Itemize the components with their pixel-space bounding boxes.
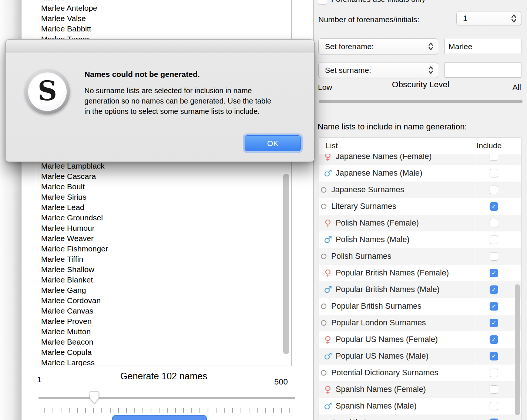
include-checkbox[interactable]: [490, 369, 498, 377]
number-forenames-stepper[interactable]: 1: [456, 11, 521, 26]
list-item[interactable]: Marlee: [36, 0, 291, 3]
list-item[interactable]: Marlee Lampblack: [36, 161, 291, 171]
ok-button[interactable]: OK: [245, 135, 301, 151]
list-name-label: Potential Dictionary Surnames: [331, 368, 438, 377]
list-name-label: Popular British Surnames: [331, 302, 422, 311]
table-row[interactable]: ♂ Polish Names (Male): [319, 231, 521, 248]
stepper-arrows-icon[interactable]: [511, 14, 517, 23]
include-checkbox[interactable]: ✓: [490, 302, 498, 311]
include-checkbox[interactable]: [490, 402, 498, 410]
list-type-icon: ♂: [323, 169, 333, 178]
table-row[interactable]: Popular London Surnames ✓: [319, 315, 521, 331]
list-item[interactable]: Marlee Blanket: [36, 275, 291, 285]
list-type-icon: ♀: [323, 219, 333, 228]
column-divider: [475, 138, 475, 420]
table-row[interactable]: Popular British Surnames ✓: [319, 298, 521, 315]
include-checkbox[interactable]: [490, 169, 498, 177]
alert-dialog: S Names could not be generated. No surna…: [5, 39, 315, 162]
list-item[interactable]: Marlee Antelope: [36, 3, 291, 13]
list-item[interactable]: Marlee Beacon: [36, 337, 291, 347]
list-item[interactable]: Marlee Copula: [36, 347, 291, 358]
include-checkbox[interactable]: [490, 385, 498, 394]
list-item[interactable]: Marlee Lead: [36, 202, 291, 213]
include-checkbox[interactable]: [490, 219, 498, 227]
generate-slider-ticks: [44, 408, 290, 413]
generate-names-button[interactable]: [112, 415, 207, 420]
alert-title: Names could not be generated.: [84, 70, 200, 79]
set-forename-popup[interactable]: Set forename:: [318, 38, 438, 54]
table-row[interactable]: Literary Surnames ✓: [319, 198, 521, 215]
list-item[interactable]: Marlee Mutton: [36, 326, 291, 337]
list-item[interactable]: Marlee Shallow: [36, 264, 291, 275]
list-item[interactable]: Marlee Largess: [36, 358, 291, 366]
list-type-icon: ♂: [323, 352, 333, 361]
list-item[interactable]: Marlee Canvas: [36, 306, 291, 316]
forename-field[interactable]: [444, 39, 521, 54]
generate-slider-track[interactable]: [38, 397, 295, 399]
list-item[interactable]: Marlee Babbitt: [36, 24, 291, 34]
list-item[interactable]: Marlee Boult: [36, 182, 291, 192]
table-row[interactable]: ♂ Popular US Names (Male) ✓: [319, 348, 521, 365]
include-checkbox[interactable]: ✓: [490, 269, 498, 277]
table-row[interactable]: ♀ Popular British Names (Female) ✓: [319, 265, 521, 281]
table-row[interactable]: ♀ Spanish Names (Female): [319, 381, 521, 398]
table-row[interactable]: ♀ Popular US Names (Female) ✓: [319, 331, 521, 348]
list-item[interactable]: Marlee Sirius: [36, 192, 291, 202]
names-scrollbar-thumb[interactable]: [283, 174, 289, 354]
generate-count-title: Generate 102 names: [36, 371, 292, 382]
list-item[interactable]: Marlee Cordovan: [36, 295, 291, 306]
alert-message: No surname lists are selected for inclus…: [84, 85, 275, 116]
list-name-label: Spanish Names (Female): [336, 385, 426, 394]
include-checkbox[interactable]: ✓: [490, 352, 498, 360]
list-name-label: Popular US Names (Male): [336, 352, 429, 361]
include-checkbox[interactable]: [490, 252, 498, 261]
surname-field[interactable]: [444, 62, 521, 78]
table-scrollbar-thumb[interactable]: [515, 284, 520, 415]
include-checkbox[interactable]: ✓: [490, 335, 498, 344]
popup-arrows-icon: [428, 65, 433, 75]
list-item[interactable]: Marlee Weaver: [36, 233, 291, 244]
table-row[interactable]: ♂ Spanish Names (Male): [319, 398, 521, 414]
scrivener-app-icon: S: [25, 69, 70, 114]
obscurity-slider-track[interactable]: [319, 100, 523, 103]
list-name-label: Popular British Names (Female): [336, 268, 449, 278]
list-item[interactable]: Marlee Humour: [36, 223, 291, 233]
list-type-icon: ♀: [323, 268, 333, 278]
table-row[interactable]: ♀ Polish Names (Female): [319, 215, 521, 231]
include-checkbox[interactable]: ✓: [490, 202, 498, 211]
table-row[interactable]: Japanese Surnames: [319, 182, 521, 198]
generate-slider-thumb[interactable]: [90, 391, 99, 404]
set-surname-popup[interactable]: Set surname:: [318, 62, 438, 78]
list-item[interactable]: Marlee Gang: [36, 285, 291, 295]
include-checkbox[interactable]: ✓: [490, 319, 498, 327]
include-checkbox[interactable]: [490, 236, 498, 244]
table-row[interactable]: ♂ Popular British Names (Male) ✓: [319, 281, 521, 298]
column-header-list: List: [326, 141, 338, 150]
list-type-icon: [321, 370, 326, 376]
list-item[interactable]: Marlee Valse: [36, 13, 291, 24]
table-row[interactable]: Spanish Surnames ✓: [319, 414, 521, 420]
list-name-label: Polish Surnames: [331, 252, 392, 261]
forenames-initials-checkbox[interactable]: [318, 0, 327, 5]
include-checkbox[interactable]: ✓: [490, 285, 498, 294]
list-item[interactable]: Marlee Cascara: [36, 171, 291, 182]
dialog-titlebar[interactable]: [6, 40, 314, 53]
list-item[interactable]: Marlee Fishmonger: [36, 244, 291, 254]
list-name-label: Popular British Names (Male): [336, 285, 440, 294]
include-checkbox[interactable]: [490, 186, 498, 194]
list-name-label: Polish Names (Female): [336, 219, 419, 228]
set-surname-label: Set surname:: [325, 66, 428, 75]
table-header: List Include: [319, 138, 521, 154]
list-item[interactable]: Marlee Proven: [36, 316, 291, 326]
table-row[interactable]: Polish Surnames: [319, 248, 521, 265]
list-item[interactable]: Marlee Tiffin: [36, 254, 291, 264]
table-row[interactable]: Potential Dictionary Surnames: [319, 365, 521, 381]
include-checkbox[interactable]: ✓: [490, 419, 498, 420]
list-item[interactable]: Marlee Groundsel: [36, 213, 291, 223]
list-type-icon: [321, 204, 326, 209]
table-row[interactable]: ♂ Japanese Names (Male): [319, 165, 521, 182]
name-lists-table[interactable]: List Include ♀ Japanese Names (Female) ♂…: [319, 138, 521, 420]
set-forename-label: Set forename:: [325, 42, 428, 51]
generate-max-label: 500: [274, 377, 288, 387]
list-type-icon: ♂: [323, 402, 333, 411]
